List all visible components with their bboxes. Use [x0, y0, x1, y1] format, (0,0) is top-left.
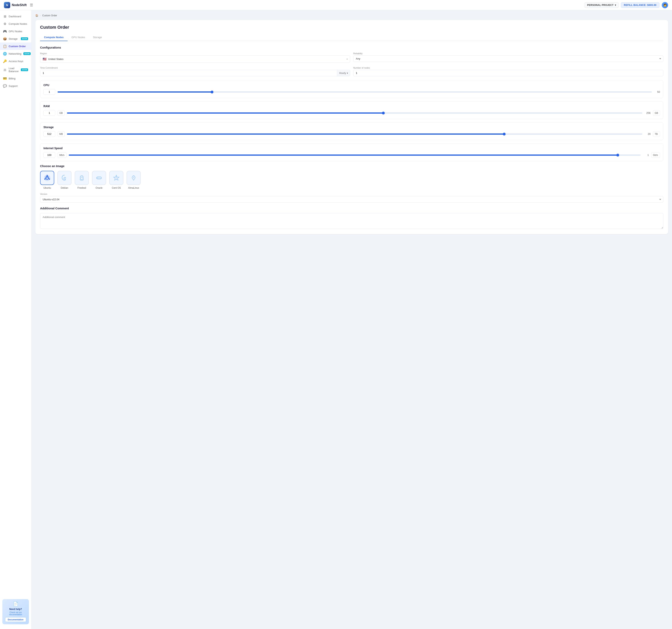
region-select[interactable]: 🇺🇸 United States ▾ [40, 55, 350, 63]
breadcrumb-current: Custom Order [42, 14, 57, 17]
cpu-slider-fill [57, 91, 212, 93]
logo-icon: N [4, 2, 10, 8]
internet-speed-unit-select[interactable]: Mb/sGb/s [57, 152, 66, 158]
avatar[interactable]: 🧑 [662, 2, 668, 8]
page-title: Custom Order [40, 25, 663, 30]
gpu-nodes-icon: 🎮 [3, 29, 7, 33]
soon-badge: SOON [21, 37, 28, 40]
help-icon: 📄 [5, 602, 26, 607]
choose-image-section: Choose an Image Ubuntu Debian [40, 164, 663, 203]
refill-button[interactable]: REFILL BALANCE: $600.00 [621, 2, 659, 8]
internet-speed-max: 1 [643, 154, 649, 157]
refill-label: REFILL BALANCE: $600.00 [624, 4, 656, 6]
sidebar-item-label: Support [9, 85, 18, 88]
sidebar-item-gpu-nodes[interactable]: 🎮 GPU Nodes [0, 27, 31, 35]
chevron-down-icon: ▾ [347, 72, 348, 74]
internet-speed-slider-track[interactable] [69, 155, 641, 156]
image-card-centos[interactable]: Cent OS [109, 171, 123, 189]
storage-slider-row: 512 MBGBTB 20 TBGB [43, 131, 660, 137]
ram-input[interactable]: 1 [43, 110, 55, 116]
svg-text:ORACLE: ORACLE [96, 177, 102, 179]
logo-text: NodeShift [12, 3, 27, 7]
image-card-ubuntu[interactable]: Ubuntu [40, 171, 54, 189]
storage-unit-select[interactable]: MBGBTB [57, 131, 65, 137]
storage-slider-track[interactable] [67, 134, 642, 135]
oracle-label: Oracle [96, 187, 102, 189]
sidebar-item-dashboard[interactable]: ⊞ Dashboard [0, 13, 31, 20]
version-select[interactable]: Ubuntu-v22.04 [40, 196, 663, 203]
additional-comment-textarea[interactable] [40, 213, 663, 229]
time-commitment-label: Time Commitment [40, 67, 350, 69]
main-content: 🏠 › Custom Order Custom Order Compute No… [31, 10, 672, 629]
sidebar-item-label: Storage [9, 37, 18, 40]
version-group: Version Ubuntu-v22.04 [40, 192, 663, 203]
svg-point-3 [44, 179, 46, 180]
documentation-button[interactable]: Documentation [5, 617, 26, 622]
ubuntu-icon [40, 171, 54, 185]
ram-max-unit-select[interactable]: GBTB [653, 110, 660, 116]
storage-slider-fill [67, 134, 504, 135]
freebsd-label: Freebsd [77, 187, 86, 189]
menu-button[interactable]: ☰ [29, 2, 34, 8]
help-title: Need help? [5, 608, 26, 610]
storage-max: 20 [645, 133, 651, 135]
storage-input[interactable]: 512 [43, 131, 55, 137]
image-card-freebsd[interactable]: Freebsd [75, 171, 89, 189]
storage-max-unit-select[interactable]: TBGB [653, 131, 660, 137]
tab-gpu-nodes[interactable]: GPU Nodes [68, 34, 89, 41]
image-card-almalinux[interactable]: AlmaLinux [126, 171, 141, 189]
svg-point-7 [80, 176, 83, 180]
help-subtitle: Check out our documentation [5, 611, 26, 615]
chevron-down-icon: ▾ [615, 4, 616, 6]
oracle-icon: ORACLE [92, 171, 106, 185]
num-nodes-group: Number of nodes 1 [353, 67, 663, 76]
networking-icon: 🌐 [3, 52, 7, 55]
sidebar-item-label: Access Keys [9, 60, 23, 63]
sidebar-item-billing[interactable]: 💳 Billing [0, 75, 31, 82]
dashboard-icon: ⊞ [3, 15, 7, 18]
sidebar-item-support[interactable]: 💬 Support [0, 82, 31, 90]
sidebar-item-label: Load Balancer [9, 67, 19, 73]
ram-unit-select[interactable]: GBMB [57, 110, 65, 116]
cpu-slider-track[interactable] [57, 91, 652, 93]
tab-storage[interactable]: Storage [89, 34, 106, 41]
time-commitment-group: Time Commitment 1 Hourly ▾ [40, 67, 350, 76]
cpu-input[interactable]: 1 [43, 89, 55, 95]
centos-icon [109, 171, 123, 185]
time-commitment-input[interactable]: 1 [40, 70, 337, 76]
version-label: Version [40, 193, 47, 195]
home-icon[interactable]: 🏠 [35, 14, 38, 17]
storage-icon: 📦 [3, 37, 7, 41]
sidebar-item-load-balancer[interactable]: ⚖ Load Balancer SOON [0, 65, 31, 75]
time-commitment-row: Time Commitment 1 Hourly ▾ Number of nod… [40, 67, 663, 76]
internet-speed-input[interactable]: 100 [43, 152, 55, 158]
sidebar-item-custom-order[interactable]: 📋 Custom Order [0, 43, 31, 50]
sidebar-item-storage[interactable]: 📦 Storage SOON [0, 35, 31, 43]
svg-point-4 [49, 179, 50, 180]
layout: ⊞ Dashboard ⚙ Compute Nodes 🎮 GPU Nodes … [0, 10, 672, 629]
tab-compute-nodes[interactable]: Compute Nodes [40, 34, 68, 41]
time-unit-addon[interactable]: Hourly ▾ [337, 70, 350, 76]
num-nodes-input[interactable]: 1 [353, 70, 663, 76]
image-card-debian[interactable]: Debian [57, 171, 72, 189]
images-grid: Ubuntu Debian Freebsd [40, 171, 663, 189]
time-unit-label: Hourly [339, 72, 346, 74]
project-selector[interactable]: PERSONAL PROJECT ▾ [584, 2, 619, 8]
configurations-form: Region 🇺🇸 United States ▾ Reliability An… [40, 52, 663, 63]
help-box: 📄 Need help? Check out our documentation… [2, 599, 29, 624]
ram-max: 256 [645, 112, 651, 114]
internet-speed-max-unit-select[interactable]: Gb/sMb/s [651, 152, 660, 158]
debian-label: Debian [61, 187, 68, 189]
configurations-title: Configurations [40, 46, 663, 49]
sidebar-item-access-keys[interactable]: 🔑 Access Keys [0, 57, 31, 65]
reliability-select[interactable]: Any [353, 55, 663, 62]
ram-slider-track[interactable] [67, 112, 642, 114]
sidebar-item-networking[interactable]: 🌐 Networking SOON [0, 50, 31, 57]
image-card-oracle[interactable]: ORACLE Oracle [92, 171, 106, 189]
soon-badge: SOON [23, 52, 31, 55]
sidebar-item-compute-nodes[interactable]: ⚙ Compute Nodes [0, 20, 31, 27]
internet-speed-slider-section: Internet Speed 100 Mb/sGb/s 1 Gb/sMb/s [40, 143, 663, 161]
debian-icon [57, 171, 72, 185]
main-card: Custom Order Compute Nodes GPU Nodes Sto… [35, 20, 668, 234]
cpu-slider-section: CPU 1 50 [40, 80, 663, 98]
